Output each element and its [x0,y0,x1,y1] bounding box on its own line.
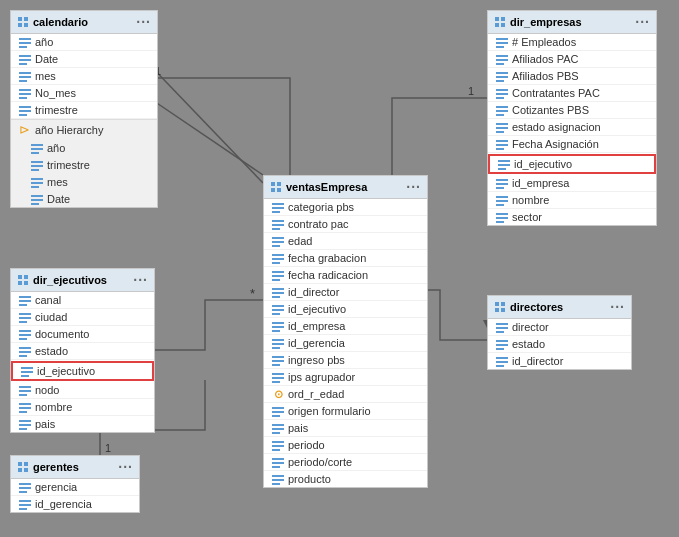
svg-rect-74 [496,179,508,181]
svg-rect-20 [19,42,31,44]
svg-rect-144 [19,321,27,323]
svg-rect-115 [272,360,284,362]
field-icon [19,87,31,99]
svg-rect-111 [272,339,284,341]
field-cotizantes-pbs: Cotizantes PBS [488,102,656,119]
svg-rect-163 [495,302,499,306]
svg-rect-40 [31,178,43,180]
svg-rect-146 [19,334,31,336]
svg-rect-93 [272,237,284,239]
svg-rect-56 [496,72,508,74]
svg-rect-91 [272,224,284,226]
svg-rect-143 [19,317,31,319]
svg-rect-15 [18,17,22,21]
field-id-ejecutivo-dir-highlighted: id_ejecutivo [11,361,154,381]
table-icon-dir-empresas [494,16,506,28]
svg-rect-64 [496,114,504,116]
svg-rect-50 [496,38,508,40]
svg-rect-107 [272,313,280,315]
hierarchy-field-trimestre: trimestre [11,157,157,174]
table-menu-dir-ejecutivos[interactable]: ··· [133,273,148,287]
svg-rect-130 [272,462,284,464]
svg-rect-73 [498,168,506,170]
svg-rect-135 [18,275,22,279]
table-gerentes: gerentes ··· gerencia id_gerencia [10,455,140,513]
svg-rect-151 [21,367,33,369]
svg-rect-159 [19,411,27,413]
svg-rect-141 [19,304,27,306]
svg-rect-126 [272,441,284,443]
table-title-dir-empresas: dir_empresas [510,16,582,28]
svg-rect-60 [496,93,508,95]
svg-rect-153 [21,375,29,377]
svg-rect-101 [272,279,280,281]
svg-rect-154 [19,386,31,388]
svg-rect-23 [19,59,31,61]
svg-rect-24 [19,63,27,65]
svg-rect-103 [272,292,284,294]
svg-rect-29 [19,93,31,95]
table-menu-calendario[interactable]: ··· [136,15,151,29]
svg-rect-76 [496,187,504,189]
svg-rect-140 [19,300,31,302]
svg-rect-123 [272,424,284,426]
field-icon [31,142,43,154]
hierarchy-parent-año: ⊳ año Hierarchy [11,120,157,140]
svg-rect-173 [496,357,508,359]
svg-rect-55 [496,63,504,65]
field-id-empresa: id_empresa [488,175,656,192]
svg-rect-181 [19,487,31,489]
field-afiliados-pbs: Afiliados PBS [488,68,656,85]
svg-rect-122 [272,415,280,417]
svg-rect-45 [31,203,39,205]
field-trimestre: trimestre [11,102,157,119]
svg-rect-133 [272,479,284,481]
svg-rect-176 [18,462,22,466]
svg-rect-51 [496,42,508,44]
field-icon [19,104,31,116]
svg-rect-41 [31,182,43,184]
table-menu-ventas-empresa[interactable]: ··· [406,180,421,194]
svg-rect-160 [19,420,31,422]
svg-rect-34 [31,144,43,146]
svg-rect-125 [272,432,280,434]
svg-rect-77 [496,196,508,198]
svg-rect-78 [496,200,508,202]
svg-rect-46 [495,17,499,21]
field-icon [19,36,31,48]
field-nombre: nombre [488,192,656,209]
svg-rect-38 [31,165,43,167]
svg-rect-47 [501,17,505,21]
svg-rect-90 [272,220,284,222]
table-icon-gerentes [17,461,29,473]
svg-rect-145 [19,330,31,332]
svg-rect-142 [19,313,31,315]
svg-rect-149 [19,351,31,353]
svg-rect-132 [272,475,284,477]
svg-rect-28 [19,89,31,91]
svg-rect-137 [18,281,22,285]
svg-rect-25 [19,72,31,74]
svg-rect-180 [19,483,31,485]
svg-rect-150 [19,355,27,357]
svg-rect-99 [272,271,284,273]
svg-rect-147 [19,338,27,340]
field-num-empleados: # Empleados [488,34,656,51]
svg-rect-129 [272,458,284,460]
svg-rect-87 [272,203,284,205]
svg-rect-68 [496,140,508,142]
svg-rect-102 [272,288,284,290]
svg-rect-18 [24,23,28,27]
table-header-directores: directores ··· [488,296,631,319]
svg-rect-168 [496,327,508,329]
svg-rect-44 [31,199,43,201]
table-icon-calendario [17,16,29,28]
table-menu-gerentes[interactable]: ··· [118,460,133,474]
table-menu-directores[interactable]: ··· [610,300,625,314]
svg-rect-65 [496,123,508,125]
svg-rect-89 [272,211,280,213]
table-menu-dir-empresas[interactable]: ··· [635,15,650,29]
table-ventas-empresa: ventasEmpresa ··· categoria pbs contrato… [263,175,428,488]
svg-rect-131 [272,466,280,468]
svg-rect-117 [272,373,284,375]
